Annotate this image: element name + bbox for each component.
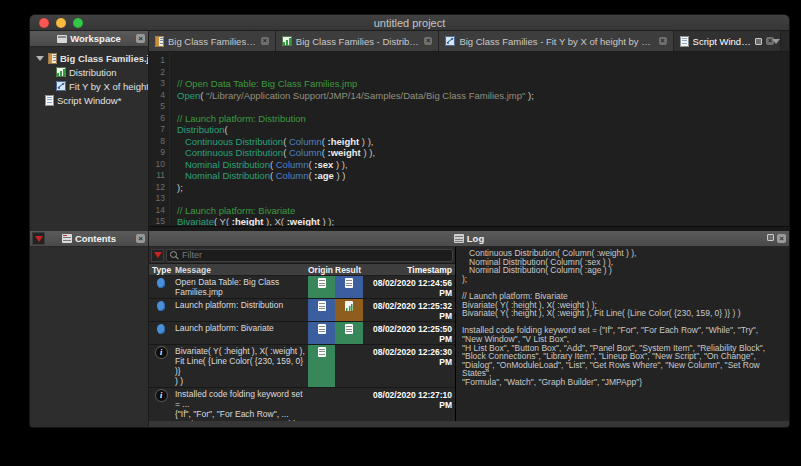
log-row[interactable]: Launch platform: Bivariate08/02/2020 12:…	[149, 322, 455, 345]
minimize-button[interactable]	[56, 18, 66, 28]
code-area[interactable]: // Open Data Table: Big Class Families.j…	[170, 52, 789, 226]
log-column-header-timestamp[interactable]: Timestamp	[363, 265, 455, 275]
workspace-tree-item-distribution[interactable]: Distribution	[30, 65, 148, 79]
line-number: 2	[149, 67, 165, 79]
contents-collapse-button[interactable]	[32, 232, 45, 245]
tab-close-icon[interactable]	[659, 37, 667, 45]
log-origin-cell	[308, 388, 335, 421]
log-row[interactable]: Bivariate( Y( :height ), X( :weight ), F…	[149, 345, 455, 388]
line-number: 10	[149, 159, 165, 171]
log-float-icon[interactable]	[767, 234, 774, 241]
line-number: 6	[149, 113, 165, 125]
log-origin-cell	[308, 345, 335, 387]
tree-item-label: Big Class Families.jmp	[60, 53, 148, 64]
tab-bar: Big Class Families.jmpBig Class Families…	[149, 31, 789, 52]
log-panel-header[interactable]: Log	[149, 231, 789, 247]
tab-big-class-families-fit-y-by-x-of-height-[interactable]: Big Class Families - Fit Y by X of heigh…	[439, 31, 673, 51]
jsl-script-icon	[157, 324, 165, 334]
distribution-icon	[56, 67, 66, 77]
log-column-header-result[interactable]: Result	[335, 265, 363, 275]
log-type-cell	[149, 388, 173, 421]
screen-background: untitled project Workspace Big Class Fam…	[0, 0, 801, 466]
log-row[interactable]: Launch platform: Distribution08/02/2020 …	[149, 299, 455, 322]
title-bar[interactable]: untitled project	[30, 15, 789, 31]
log-collapse-button[interactable]	[151, 249, 164, 262]
log-result-cell	[335, 299, 363, 321]
log-type-cell	[149, 299, 173, 321]
workspace-panel-header[interactable]: Workspace	[30, 31, 148, 47]
log-panel-body: TypeMessageOriginResultTimestamp Open Da…	[149, 247, 789, 427]
tab-big-class-families-jmp[interactable]: Big Class Families.jmp	[149, 31, 276, 51]
code-line-15: Bivariate( Y( :height ), X( :weight ) );	[177, 216, 789, 226]
log-timestamp: 08/02/2020 12:26:30 PM	[363, 345, 455, 387]
data-table-icon	[155, 36, 164, 47]
tab-close-icon[interactable]	[261, 37, 269, 45]
tab-close-icon[interactable]	[424, 37, 432, 45]
line-number: 7	[149, 124, 165, 136]
log-column-header-type[interactable]: Type	[149, 265, 173, 275]
window-title: untitled project	[30, 17, 789, 29]
jmp-project-window: untitled project Workspace Big Class Fam…	[29, 14, 790, 428]
code-line-8: Continuous Distribution( Column( :height…	[177, 136, 789, 148]
code-line-2	[177, 67, 789, 79]
log-timestamp: 08/02/2020 12:25:32 PM	[363, 299, 455, 321]
script-icon	[680, 36, 689, 47]
log-row[interactable]: Open Data Table: Big Class Families.jmp0…	[149, 276, 455, 299]
tab-strip: Big Class Families.jmpBig Class Families…	[149, 31, 781, 51]
data-table-icon	[48, 53, 57, 64]
contents-close-icon[interactable]	[136, 234, 145, 243]
line-number: 1	[149, 55, 165, 67]
log-table-rows: Open Data Table: Big Class Families.jmp0…	[149, 276, 455, 421]
restore-icon[interactable]	[755, 38, 762, 45]
log-column-header-message[interactable]: Message	[173, 264, 308, 276]
workspace-tree-item-fit-y-by-x-of-height-by[interactable]: Fit Y by X of height by...	[30, 79, 148, 93]
zoom-button[interactable]	[73, 18, 83, 28]
line-number: 12	[149, 182, 165, 194]
script-icon	[45, 95, 54, 106]
tab-script-window[interactable]: Script Window*	[674, 31, 781, 51]
log-row[interactable]: Installed code folding keyword set = ...…	[149, 388, 455, 421]
tree-item-label: Script Window*	[57, 95, 121, 106]
log-filter-input[interactable]	[182, 250, 449, 260]
jsl-script-icon	[157, 278, 165, 288]
workspace-tree-item-big-class-families-jmp[interactable]: Big Class Families.jmp	[30, 51, 148, 65]
doc-mini-icon	[318, 278, 326, 288]
red-disclosure-icon	[154, 252, 162, 258]
doc-mini-icon	[345, 278, 353, 288]
contents-panel-header[interactable]: Contents	[30, 231, 148, 247]
code-line-10: Nominal Distribution( Column( :sex ) ),	[177, 159, 789, 171]
disclosure-triangle[interactable]	[36, 56, 44, 61]
doc-mini-icon	[318, 347, 326, 357]
line-number: 11	[149, 170, 165, 182]
log-origin-cell	[308, 322, 335, 344]
info-icon	[156, 347, 167, 358]
log-column-header-origin[interactable]: Origin	[308, 265, 335, 275]
log-list-pane: TypeMessageOriginResultTimestamp Open Da…	[149, 247, 456, 421]
log-result-cell	[335, 322, 363, 344]
code-line-11: Nominal Distribution( Column( :age ) )	[177, 170, 789, 182]
line-number: 8	[149, 136, 165, 148]
doc-mini-icon	[318, 324, 326, 334]
jsl-script-icon	[157, 301, 165, 311]
log-message: Bivariate( Y( :height ), X( :weight ), F…	[173, 345, 308, 387]
tab-label: Big Class Families - Fit Y by X of heigh…	[459, 36, 654, 47]
tab-label: Script Window*	[693, 36, 751, 47]
log-type-cell	[149, 345, 173, 387]
line-number: 9	[149, 147, 165, 159]
close-button[interactable]	[39, 18, 49, 28]
main-content: Big Class Families.jmpBig Class Families…	[149, 31, 789, 427]
log-type-cell	[149, 276, 173, 298]
log-detail-pane[interactable]: Continuous Distribution( Column( :weight…	[456, 247, 789, 421]
dist-mini-icon	[345, 301, 353, 311]
log-close-icon[interactable]	[777, 234, 786, 243]
workspace-tree-item-script-window[interactable]: Script Window*	[30, 93, 148, 107]
tab-overflow-chevron-icon[interactable]	[772, 39, 780, 44]
bivariate-icon	[56, 81, 66, 91]
tab-big-class-families-distribution[interactable]: Big Class Families - Distribution	[276, 31, 440, 51]
code-line-1	[177, 55, 789, 67]
workspace-icon	[57, 35, 67, 43]
script-editor[interactable]: 123456789101112131415161718 // Open Data…	[149, 52, 789, 226]
log-filter-field[interactable]	[166, 249, 453, 262]
log-table-header[interactable]: TypeMessageOriginResultTimestamp	[149, 264, 455, 276]
workspace-close-icon[interactable]	[136, 34, 145, 43]
